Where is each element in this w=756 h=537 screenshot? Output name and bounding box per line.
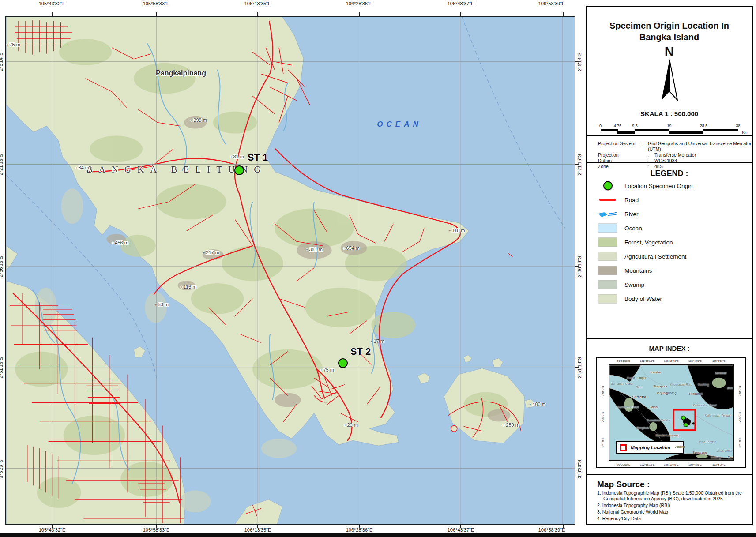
lon-tick-top <box>359 12 360 16</box>
inset-place-label: Born <box>727 387 734 390</box>
projection-value: Transferse Mercator <box>654 152 696 158</box>
inset-lon-label-bottom: 106°19'40"E <box>664 463 678 466</box>
legend-item: Swamp <box>587 278 752 291</box>
legend-label: Ocean <box>624 225 642 231</box>
legend-label: Mountains <box>624 267 652 274</box>
elevation-label: +118 m <box>448 228 465 233</box>
spot-height-marker: + <box>75 166 77 170</box>
lat-tick-right <box>575 61 579 62</box>
projection-label: Projection System <box>598 141 642 152</box>
map-source-item: 4. Regency/City Data <box>597 516 752 522</box>
elevation-label: +381 m <box>306 247 323 252</box>
page-title: Specimen Origin Location In Bangka Islan… <box>587 7 752 43</box>
scalebar: 04.759.51928.538 Km <box>601 124 738 137</box>
legend-symbol-mountains <box>598 266 617 275</box>
elevation-label: +654 m <box>343 245 360 251</box>
scalebar-segment <box>635 131 669 134</box>
legend-symbol-ocean <box>598 223 617 233</box>
spot-height-marker: + <box>180 285 182 289</box>
lat-label-left: 2°6'14"S <box>0 53 4 71</box>
lon-label-top: 106°58'39"E <box>538 1 565 6</box>
main-map-canvas <box>6 17 575 524</box>
elevation-label: +259 m <box>503 422 519 428</box>
inset-lat-label-left: 2°23'0"S <box>602 412 604 422</box>
elevation-text: 75 m <box>323 367 334 372</box>
inset-place-label: Kalimantan Barat <box>693 403 717 406</box>
inset-place-label: Jakarta <box>675 445 685 448</box>
spot-height-marker: + <box>529 402 531 407</box>
road-line-icon <box>599 199 616 201</box>
elevation-text: 113 m <box>184 284 197 289</box>
inset-place-label: Tanjungpinang <box>656 391 677 394</box>
inset-lon-label-top: 106°19'40"E <box>664 360 678 362</box>
lon-tick-bottom <box>563 524 564 528</box>
inset-place-label: Jambi <box>650 406 658 409</box>
lat-label-left: 2°36'16"S <box>0 256 4 277</box>
elevation-label: +113 m <box>180 284 196 289</box>
lat-tick-right <box>575 266 579 267</box>
legend-item: River <box>587 207 752 221</box>
inset-lat-label-right: 2°23'0"S <box>738 412 741 422</box>
legend-label: Body of Water <box>624 295 662 302</box>
inset-place-label: Sumatra <box>632 394 646 398</box>
scalebar-segment <box>703 131 738 134</box>
inset-place-label: Sumatera Barat <box>617 406 639 409</box>
scalebar-unit: Km <box>742 131 748 135</box>
lat-label-left: 3°6'20"S <box>0 460 4 478</box>
inset-place-label: Kuala Lumpur <box>627 376 647 379</box>
legend-label: Forest, Vegetation <box>624 239 673 245</box>
elevation-text: 654 m <box>346 245 360 251</box>
inset-place-label: Kalimantan Tengah <box>705 414 731 417</box>
elevation-text: 75 m <box>9 42 20 47</box>
legend-symbol-specimen <box>598 181 617 190</box>
inset-place-label: Bengkulu <box>636 426 649 429</box>
inset-place-label: Sarawak <box>715 372 726 375</box>
map-source-heading: Map Source : <box>597 480 746 489</box>
elevation-text: 34 m <box>78 165 89 170</box>
scalebar-tick-label: 9.5 <box>632 124 638 128</box>
scalebar-tick-label: 4.75 <box>614 124 622 128</box>
lon-label-bottom: 106°58'39"E <box>538 527 565 533</box>
elevation-text: 53 m <box>158 302 168 307</box>
legend-symbol-road <box>598 199 617 201</box>
north-arrow: N <box>587 45 752 105</box>
elevation-label: +75 m <box>6 42 20 47</box>
elevation-label: +81 m <box>230 154 244 159</box>
scalebar-tick-label: 38 <box>736 124 740 128</box>
inset-place-label: Riau <box>636 386 642 389</box>
legend-symbol-river <box>598 209 617 219</box>
lon-label-top: 106°28'36"E <box>346 1 373 6</box>
legend-section: LEGEND : Location Specimen OriginRoadRiv… <box>587 162 752 338</box>
ocean-swatch <box>598 223 617 233</box>
lon-tick-bottom <box>156 524 157 528</box>
lon-tick-top <box>460 12 461 16</box>
lat-tick-right <box>575 164 579 165</box>
elevation-label: +400 m <box>529 402 546 407</box>
inset-lon-label-top: 109°44'5"E <box>688 360 702 362</box>
mapping-location-legend: Mapping Location <box>616 441 684 454</box>
elevation-text: 398 m <box>193 117 207 123</box>
scalebar-segment <box>601 131 618 134</box>
map-source-item: 2. Indonesia Topography Map (RBI) <box>597 503 752 508</box>
forest-swatch <box>598 237 617 247</box>
scalebar-segment <box>618 131 635 134</box>
water-swatch <box>598 294 617 303</box>
spot-height-marker: + <box>112 241 114 245</box>
inset-lon-label-bottom: 113°8'30"E <box>712 463 725 466</box>
projection-row: Projection System:Grid Geografis and Uni… <box>598 141 752 152</box>
inset-place-label: Jawa Tengah <box>698 440 716 443</box>
inset-place-label: Pontianak <box>689 392 703 395</box>
inset-place-label: Kepulauan Riau <box>670 383 692 386</box>
lon-tick-top <box>156 12 157 16</box>
lon-label-top: 105°43'32"E <box>39 1 66 6</box>
legend-item: Road <box>587 193 752 207</box>
elevation-text: 456 m <box>115 240 128 245</box>
elevation-label: +34 m <box>75 165 89 170</box>
station-label: ST 2 <box>350 346 371 357</box>
map-index-box: Mapping Location KuantanKuala LumpurSing… <box>596 357 746 468</box>
projection-colon: : <box>642 141 648 152</box>
main-map <box>5 16 575 525</box>
lon-label-top: 105°58'33"E <box>143 1 170 6</box>
station-label: ST 1 <box>248 152 268 163</box>
spot-height-marker: + <box>448 229 451 233</box>
